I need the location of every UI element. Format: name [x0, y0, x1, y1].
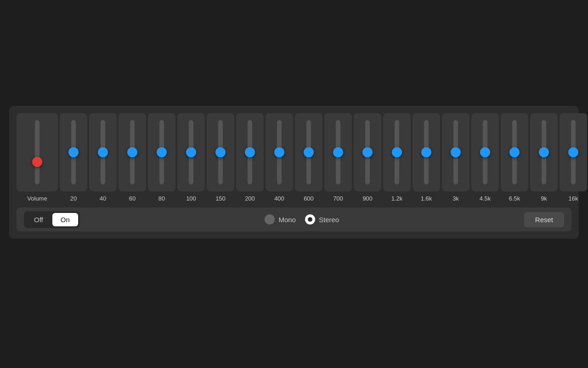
- slider-track-container-volume[interactable]: [17, 113, 58, 191]
- stereo-radio-circle[interactable]: [305, 214, 315, 224]
- slider-label-200hz: 200: [245, 195, 255, 202]
- slider-track-200hz: [248, 120, 252, 184]
- slider-track-container-9000hz[interactable]: [530, 113, 558, 191]
- slider-col-200hz: 200: [236, 113, 264, 202]
- slider-track-container-1200hz[interactable]: [383, 113, 411, 191]
- slider-thumb-900hz[interactable]: [362, 147, 373, 157]
- stereo-label: Stereo: [319, 216, 339, 224]
- slider-col-80hz: 80: [148, 113, 175, 202]
- slider-label-150hz: 150: [215, 195, 226, 202]
- slider-track-container-100hz[interactable]: [177, 113, 205, 191]
- slider-track-container-6500hz[interactable]: [501, 113, 528, 191]
- stereo-option[interactable]: Stereo: [305, 214, 339, 224]
- slider-thumb-60hz[interactable]: [127, 147, 137, 157]
- slider-track-40hz: [101, 120, 105, 184]
- slider-col-100hz: 100: [177, 113, 205, 202]
- slider-thumb-volume[interactable]: [32, 157, 42, 167]
- slider-label-20hz: 20: [70, 195, 77, 202]
- slider-thumb-200hz[interactable]: [245, 147, 255, 157]
- slider-track-container-200hz[interactable]: [236, 113, 264, 191]
- slider-track-700hz: [336, 120, 340, 184]
- slider-thumb-700hz[interactable]: [333, 147, 343, 157]
- slider-col-60hz: 60: [119, 113, 146, 202]
- slider-label-80hz: 80: [158, 195, 165, 202]
- slider-label-900hz: 900: [362, 195, 373, 202]
- slider-thumb-3000hz[interactable]: [451, 147, 461, 157]
- mono-radio-circle[interactable]: [265, 214, 275, 224]
- slider-label-4500hz: 4.5k: [480, 195, 491, 202]
- reset-button[interactable]: Reset: [524, 212, 564, 227]
- slider-col-16000hz: 16k: [560, 113, 587, 202]
- slider-track-container-4500hz[interactable]: [471, 113, 499, 191]
- slider-thumb-100hz[interactable]: [186, 147, 196, 157]
- slider-track-container-20hz[interactable]: [60, 113, 87, 191]
- mono-option[interactable]: Mono: [265, 214, 296, 224]
- slider-col-9000hz: 9k: [530, 113, 558, 202]
- slider-track-4500hz: [483, 120, 487, 184]
- slider-track-400hz: [277, 120, 282, 184]
- slider-label-100hz: 100: [186, 195, 196, 202]
- slider-track-volume: [35, 120, 40, 184]
- slider-thumb-150hz[interactable]: [215, 147, 226, 157]
- slider-track-container-16000hz[interactable]: [560, 113, 587, 191]
- eq-panel: Volume204060801001502004006007009001.2k1…: [9, 106, 579, 239]
- off-toggle-button[interactable]: Off: [26, 213, 51, 226]
- slider-label-60hz: 60: [129, 195, 136, 202]
- slider-thumb-400hz[interactable]: [274, 147, 284, 157]
- mono-label: Mono: [278, 216, 296, 224]
- slider-track-container-80hz[interactable]: [148, 113, 175, 191]
- slider-thumb-80hz[interactable]: [157, 147, 167, 157]
- slider-col-400hz: 400: [266, 113, 293, 202]
- on-toggle-button[interactable]: On: [52, 213, 78, 226]
- slider-col-4500hz: 4.5k: [471, 113, 499, 202]
- sliders-row: Volume204060801001502004006007009001.2k1…: [17, 113, 571, 202]
- channel-radio-group: Mono Stereo: [265, 214, 339, 224]
- slider-label-16000hz: 16k: [569, 195, 578, 202]
- slider-track-container-900hz[interactable]: [354, 113, 381, 191]
- slider-track-container-150hz[interactable]: [207, 113, 234, 191]
- slider-track-20hz: [71, 120, 76, 184]
- slider-thumb-6500hz[interactable]: [509, 147, 520, 157]
- slider-track-container-400hz[interactable]: [266, 113, 293, 191]
- slider-track-80hz: [159, 120, 164, 184]
- slider-thumb-40hz[interactable]: [98, 147, 108, 157]
- slider-track-container-1600hz[interactable]: [413, 113, 440, 191]
- slider-col-volume: Volume: [17, 113, 58, 202]
- slider-label-1600hz: 1.6k: [421, 195, 432, 202]
- slider-track-1600hz: [424, 120, 429, 184]
- slider-label-1200hz: 1.2k: [391, 195, 403, 202]
- slider-col-3000hz: 3k: [442, 113, 469, 202]
- slider-col-700hz: 700: [324, 113, 352, 202]
- slider-track-container-40hz[interactable]: [89, 113, 117, 191]
- slider-track-container-600hz[interactable]: [295, 113, 322, 191]
- slider-col-1200hz: 1.2k: [383, 113, 411, 202]
- slider-track-container-700hz[interactable]: [324, 113, 352, 191]
- slider-track-16000hz: [571, 120, 576, 184]
- slider-label-700hz: 700: [333, 195, 343, 202]
- slider-thumb-1600hz[interactable]: [421, 147, 431, 157]
- slider-track-container-60hz[interactable]: [119, 113, 146, 191]
- slider-label-400hz: 400: [274, 195, 284, 202]
- slider-col-40hz: 40: [89, 113, 117, 202]
- slider-thumb-4500hz[interactable]: [480, 147, 490, 157]
- slider-label-3000hz: 3k: [452, 195, 459, 202]
- slider-label-6500hz: 6.5k: [509, 195, 520, 202]
- slider-track-9000hz: [542, 120, 546, 184]
- slider-thumb-16000hz[interactable]: [568, 147, 578, 157]
- controls-row: Off On Mono Stereo Reset: [17, 207, 571, 231]
- slider-track-600hz: [306, 120, 311, 184]
- toggle-group: Off On: [24, 211, 80, 228]
- slider-thumb-9000hz[interactable]: [539, 147, 549, 157]
- slider-thumb-1200hz[interactable]: [392, 147, 402, 157]
- slider-track-150hz: [218, 120, 223, 184]
- slider-track-100hz: [189, 120, 193, 184]
- slider-col-900hz: 900: [354, 113, 381, 202]
- slider-col-20hz: 20: [60, 113, 87, 202]
- slider-col-150hz: 150: [207, 113, 234, 202]
- slider-thumb-600hz[interactable]: [304, 147, 314, 157]
- slider-label-9000hz: 9k: [541, 195, 547, 202]
- slider-track-container-3000hz[interactable]: [442, 113, 469, 191]
- slider-col-1600hz: 1.6k: [413, 113, 440, 202]
- slider-label-volume: Volume: [27, 195, 47, 202]
- slider-thumb-20hz[interactable]: [68, 147, 79, 157]
